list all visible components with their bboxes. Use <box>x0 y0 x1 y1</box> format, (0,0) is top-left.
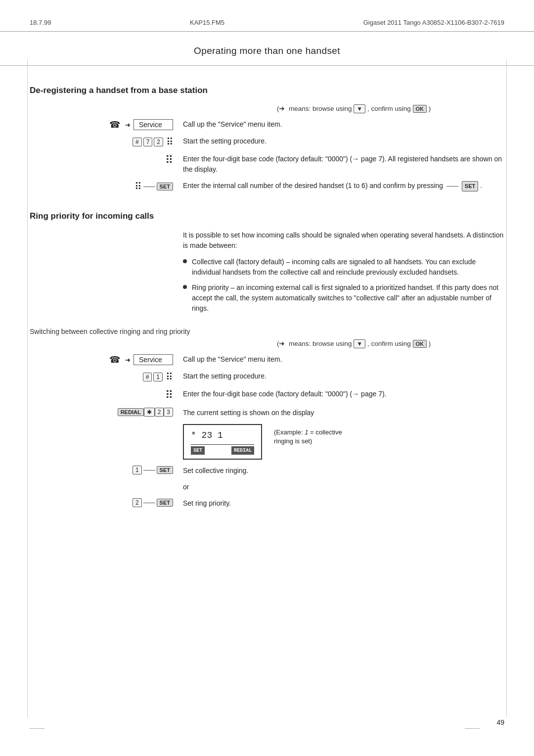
redial-key: REDIAL <box>118 408 144 416</box>
page: 18.7.99 KAP15.FM5 Gigaset 2011 Tango A30… <box>0 0 534 756</box>
bottom-border-left <box>30 728 44 729</box>
nav-key-2: ▼ <box>354 339 365 348</box>
header: 18.7.99 KAP15.FM5 Gigaset 2011 Tango A30… <box>0 0 534 32</box>
step2-2-left: # 1 ⠿ <box>30 370 183 383</box>
set-line-row-3: 1 SET <box>133 466 173 474</box>
display-example: * 23 1 SET REDIAL <box>183 424 262 460</box>
or-row: or <box>30 481 504 492</box>
step4-left: ⠿ SET <box>30 180 183 192</box>
display-example-area: * 23 1 SET REDIAL (Example: 1 = collecti… <box>183 423 504 460</box>
star-key: ✱ <box>144 408 155 417</box>
service-box-2: Service <box>134 354 173 365</box>
header-filename: KAP15.FM5 <box>190 19 224 26</box>
section1-heading: De-registering a handset from a base sta… <box>30 86 504 95</box>
key-2a: 2 <box>154 138 163 146</box>
header-date: 18.7.99 <box>30 19 51 26</box>
set-key-1: SET <box>157 183 173 190</box>
step2-left: # 7 2 ⠿ <box>30 135 183 148</box>
switching-label: Switching between collective ringing and… <box>30 328 504 335</box>
numpad-icon-2: ⠿ <box>165 154 173 167</box>
key-2b: 2 <box>155 408 164 417</box>
bullet-dot-2 <box>183 285 187 289</box>
numpad-icon-1: ⠿ <box>166 136 173 148</box>
arrow-2: ➜ <box>125 356 131 364</box>
handset-icon-1: ☎ <box>109 119 120 130</box>
service-box-1: Service <box>134 119 173 130</box>
page-title: Operating more than one handset <box>194 46 340 56</box>
confirm-text-1: , confirm using <box>367 105 413 112</box>
key-group-2: # 7 2 ⠿ <box>133 136 173 148</box>
display-row: * 23 1 SET REDIAL (Example: 1 = collecti… <box>183 424 504 460</box>
numpad-icon-3: ⠿ <box>134 181 142 192</box>
step2-1-left: ☎ ➜ Service <box>30 353 183 365</box>
step2-hash: # 7 2 ⠿ Start the setting procedure. <box>30 135 504 148</box>
arrow-1: ➜ <box>125 121 131 129</box>
connector-1 <box>143 187 155 187</box>
key-7: 7 <box>143 138 153 146</box>
instruction-area-2: (➜ means: browse using ▼ , confirm using… <box>30 339 504 514</box>
section-deregister: De-registering a handset from a base sta… <box>30 86 504 197</box>
step3-right: Enter the four-digit base code (factory … <box>183 153 504 175</box>
step2-3-text: Enter the four-digit base code (factory … <box>183 390 387 398</box>
left-margin <box>27 59 28 717</box>
key-1a: 1 <box>153 373 163 381</box>
key-3: 3 <box>164 408 173 417</box>
step2-1-right: Call up the "Service" menu item. <box>183 353 504 365</box>
numpad-icon-4: ⠿ <box>166 371 173 383</box>
step2-5-right: Set collective ringing. <box>183 465 504 476</box>
step2-1-service: ☎ ➜ Service Call up the "Service" menu i… <box>30 353 504 365</box>
step2-2-hash: # 1 ⠿ Start the setting procedure. <box>30 370 504 383</box>
nav-key-1: ▼ <box>354 104 365 113</box>
step3-left: ⠿ <box>30 153 183 167</box>
browse-note-inner-1: (➜ means: browse using ▼ , confirm using… <box>277 104 504 113</box>
bullet-text-2: Ring priority – an incoming external cal… <box>192 283 504 314</box>
step2-6-right: Set ring priority. <box>183 497 504 509</box>
close-paren-2: ) <box>429 340 431 347</box>
step1-text: Call up the "Service" menu item. <box>183 120 282 128</box>
header-product: Gigaset 2011 Tango A30852-X1106-B307-2-7… <box>363 19 504 26</box>
set-key-inline: SET <box>462 181 478 191</box>
step3-text: Enter the four-digit base code (factory … <box>183 155 502 173</box>
section2-intro-text: It is possible to set how incoming calls… <box>183 230 504 251</box>
ok-key-1: OK <box>413 105 427 113</box>
instruction-area-1: (➜ means: browse using ▼ , confirm using… <box>30 104 504 197</box>
section-ring-priority: Ring priority for incoming calls It is p… <box>30 211 504 514</box>
bullet-text-1: Collective call (factory default) – inco… <box>192 257 504 278</box>
bottom-border-right <box>465 728 480 729</box>
step4-number: ⠿ SET Enter the internal call number of … <box>30 180 504 192</box>
hash-key-2: # <box>143 373 152 381</box>
step2-5-collective: 1 SET Set collective ringing. <box>30 465 504 476</box>
section2-intro-content: It is possible to set how incoming calls… <box>183 230 504 319</box>
browse-note-2: (➜ means: browse using ▼ , confirm using… <box>30 339 504 348</box>
step2-2-text: Start the setting procedure. <box>183 372 267 380</box>
or-right: or <box>183 481 504 492</box>
soft-key-set: SET <box>191 446 205 455</box>
service-label-2: Service <box>139 356 162 364</box>
step1-service: ☎ ➜ Service Call up the "Service" menu i… <box>30 118 504 130</box>
key-1b: 1 <box>133 466 142 474</box>
step2-4-display: REDIAL ✱ 2 3 The current setting is show… <box>30 407 504 418</box>
right-margin <box>506 59 507 717</box>
step2-4-right: The current setting is shown on the disp… <box>183 407 504 418</box>
step2-3-right: Enter the four-digit base code (factory … <box>183 388 504 399</box>
step2-text: Start the setting procedure. <box>183 137 267 145</box>
step2-right: Start the setting procedure. <box>183 135 504 146</box>
set-key-2: SET <box>157 466 173 474</box>
step2-3-code: ⠿ Enter the four-digit base code (factor… <box>30 388 504 402</box>
browse-text-2: (➜ means: browse using <box>277 340 354 347</box>
step2-4-text: The current setting is shown on the disp… <box>183 409 314 417</box>
service-label-1: Service <box>139 121 162 129</box>
key-2c: 2 <box>133 498 142 507</box>
handset-icon-2: ☎ <box>109 354 120 365</box>
step3-code: ⠿ Enter the four-digit base code (factor… <box>30 153 504 175</box>
display-value: * 23 1 <box>191 429 254 442</box>
browse-note-inner-2: (➜ means: browse using ▼ , confirm using… <box>277 339 504 348</box>
step1-right: Call up the "Service" menu item. <box>183 118 504 130</box>
page-title-area: Operating more than one handset <box>0 32 534 66</box>
connector-inline <box>446 186 458 187</box>
key-group-3: # 1 ⠿ <box>143 371 173 383</box>
set-line-row-2: REDIAL ✱ 2 3 <box>118 408 173 417</box>
close-paren-1: ) <box>429 105 431 112</box>
numpad-icon-5: ⠿ <box>165 389 173 402</box>
connector-2 <box>143 470 155 471</box>
